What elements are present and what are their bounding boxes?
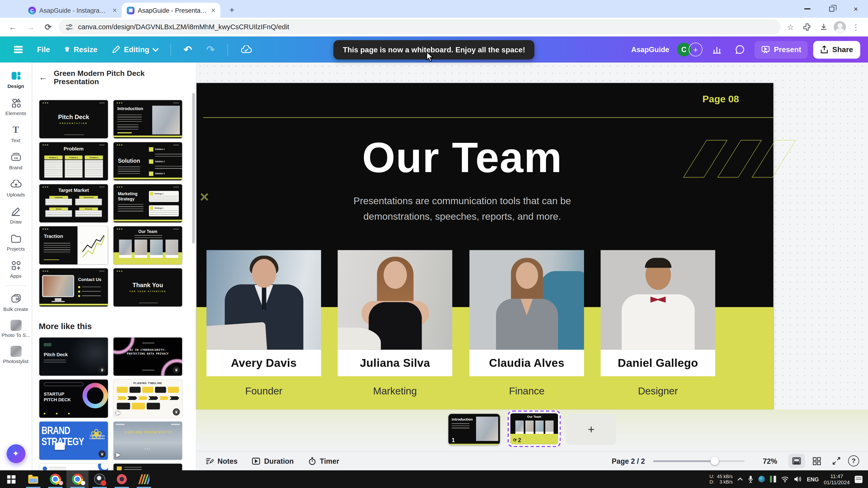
magic-assistant-button[interactable]: ✦ (6, 445, 25, 463)
back-icon[interactable]: ← (39, 72, 48, 82)
slide-subtitle[interactable]: Presentations are communication tools th… (285, 194, 640, 224)
main-menu-icon[interactable] (8, 41, 29, 59)
refresh-icon[interactable]: ⟳ (41, 20, 55, 34)
taskbar-chrome-2[interactable] (66, 470, 89, 488)
duration-button[interactable]: Duration (252, 457, 294, 465)
restore-button[interactable] (819, 0, 843, 18)
editing-mode-dropdown[interactable]: Editing (106, 41, 164, 59)
tray-app-icon[interactable] (770, 476, 776, 482)
start-button[interactable] (0, 470, 22, 488)
more-thumb-ai-cybersecurity[interactable]: AI IN CYBERSECURITY: PROTECTING DATA PRI… (113, 337, 183, 376)
comments-icon[interactable] (731, 41, 749, 59)
tab-instagram-post[interactable]: C AsapGuide - Instagram Post - C × (23, 3, 122, 18)
tab-close-icon[interactable]: × (211, 6, 215, 14)
panel-scrollbar[interactable] (192, 93, 195, 243)
sidebar-item-uploads[interactable]: Uploads (0, 174, 31, 201)
template-thumb-target-market[interactable]: Target Market Corporate Government Schoo… (39, 184, 108, 223)
member-role[interactable]: Marketing (338, 386, 453, 397)
sidebar-item-projects[interactable]: Projects (0, 228, 31, 256)
bookmark-star-icon[interactable]: ☆ (784, 20, 797, 33)
grid-view-button[interactable] (808, 454, 825, 468)
close-button[interactable]: × (844, 0, 868, 18)
taskbar-media-app[interactable] (133, 470, 155, 488)
tray-app-blue-icon[interactable] (758, 476, 765, 482)
template-thumb-our-team[interactable]: Our Team (113, 226, 183, 265)
zoom-slider-thumb[interactable] (710, 457, 718, 465)
file-menu[interactable]: File (31, 41, 56, 59)
language-indicator[interactable]: ENG (807, 476, 819, 482)
template-thumb-partial[interactable] (39, 463, 108, 470)
more-thumb-planning-timeline[interactable]: PLANING TIMELINE ▶ ♛ (113, 379, 183, 418)
more-thumb-pitch-deck[interactable]: Pitch Deck ♛ (39, 337, 108, 376)
resize-button[interactable]: ♛ Resize (58, 41, 103, 59)
sidebar-item-elements[interactable]: Elements (0, 93, 31, 120)
zoom-slider[interactable] (653, 460, 744, 462)
team-card-avery[interactable]: Avery Davis (206, 250, 321, 376)
member-role[interactable]: Designer (600, 386, 715, 397)
more-thumb-sincere-thank-you[interactable]: A SINCERE THANK YOU TO ~ ~ ~ ••• ▶ (113, 421, 183, 460)
pages-view-button[interactable] (788, 454, 805, 468)
browser-menu-icon[interactable]: ⋮ (849, 20, 862, 33)
template-thumb-partial[interactable] (113, 463, 183, 470)
minimize-button[interactable] (795, 0, 819, 18)
insights-icon[interactable] (708, 41, 726, 59)
timer-button[interactable]: Timer (308, 457, 339, 465)
tab-presentation[interactable]: ▣ AsapGuide - Presentation - Can × (122, 3, 220, 18)
sidebar-item-photostylist[interactable]: Photostylist (0, 342, 31, 368)
add-page-button[interactable]: + (566, 414, 616, 445)
present-button[interactable]: Present (754, 41, 808, 59)
taskbar-recorder[interactable] (111, 470, 133, 488)
template-thumb-solution[interactable]: Solution Solution 1 Solution 2 Solution … (113, 142, 183, 181)
back-icon[interactable]: ← (5, 20, 20, 34)
member-role[interactable]: Finance (469, 386, 584, 397)
canvas-workspace[interactable]: Page 08 × Our Team Presentations are com… (196, 63, 868, 470)
page-thumb-1[interactable]: Introduction 1 (448, 414, 500, 445)
microphone-icon[interactable] (748, 475, 753, 483)
page-thumb-2-selected[interactable]: Our Team ⟳2 (507, 411, 561, 447)
undo-button[interactable]: ↶ (178, 41, 198, 59)
fullscreen-button[interactable] (828, 454, 845, 468)
sidebar-item-brand[interactable]: co Brand (0, 147, 31, 174)
taskbar-file-explorer[interactable] (22, 470, 44, 488)
tray-expand-icon[interactable] (738, 478, 743, 481)
sidebar-item-apps[interactable]: Apps (0, 256, 31, 283)
template-thumb-contact-us[interactable]: Contact Us (39, 268, 108, 307)
template-thumb-pitch-deck[interactable]: Pitch Deck Presentation (39, 99, 108, 139)
member-role[interactable]: Founder (206, 386, 321, 397)
add-member-button[interactable]: + (688, 43, 703, 57)
tab-close-icon[interactable]: × (113, 6, 117, 14)
template-thumb-marketing-strategy[interactable]: Marketing Strategy Strategy 1 Strategy 2 (113, 184, 183, 223)
sidebar-item-text[interactable]: T Text (0, 120, 31, 147)
profile-avatar[interactable] (834, 21, 846, 33)
sidebar-item-design[interactable]: Design (0, 66, 31, 93)
taskbar-chrome-1[interactable] (44, 470, 66, 488)
template-thumb-traction[interactable]: Traction (39, 226, 108, 265)
more-thumb-brand-strategy[interactable]: BRAND STRATEGY FOR BUSINESS CONFERENCES … (39, 421, 108, 460)
share-button[interactable]: Share (813, 41, 860, 59)
address-bar[interactable]: canva.com/design/DAGVNLBxLZM/i8mMhM_kwyC… (59, 19, 780, 34)
notes-button[interactable]: Notes (206, 457, 238, 465)
download-icon[interactable] (817, 20, 830, 33)
slide-canvas[interactable]: Page 08 × Our Team Presentations are com… (196, 83, 773, 410)
team-card-juliana[interactable]: Juliana Silva (338, 250, 453, 376)
help-button[interactable]: ? (848, 455, 859, 466)
volume-icon[interactable] (794, 476, 802, 482)
more-thumb-startup-pitch-deck[interactable]: STARTUP PITCH DECK (39, 379, 108, 418)
notification-center-icon[interactable] (855, 476, 863, 483)
template-thumb-problem[interactable]: Problem Problem 1 Problem 2 Problem 3 (39, 142, 108, 181)
slide-title[interactable]: Our Team (274, 133, 651, 182)
slide-page-label[interactable]: Page 08 (703, 94, 739, 105)
sidebar-item-photo-to-sketch[interactable]: Photo To S... (0, 316, 31, 342)
redo-button[interactable]: ↷ (200, 41, 221, 59)
team-card-daniel[interactable]: Daniel Gallego (600, 250, 715, 376)
forward-icon[interactable]: → (23, 20, 38, 34)
new-tab-button[interactable]: + (225, 2, 239, 17)
team-card-claudia[interactable]: Claudia Alves (469, 250, 584, 376)
sidebar-item-bulk-create[interactable]: Bulk create (0, 289, 31, 316)
template-thumb-introduction[interactable]: Introduction (113, 99, 183, 139)
sidebar-item-draw[interactable]: Draw (0, 201, 31, 228)
template-thumb-thank-you[interactable]: Thank You For Your Attention (113, 268, 183, 307)
slide-x-decoration[interactable]: × (200, 189, 209, 205)
wifi-icon[interactable] (781, 476, 789, 482)
extensions-icon[interactable] (801, 20, 814, 33)
